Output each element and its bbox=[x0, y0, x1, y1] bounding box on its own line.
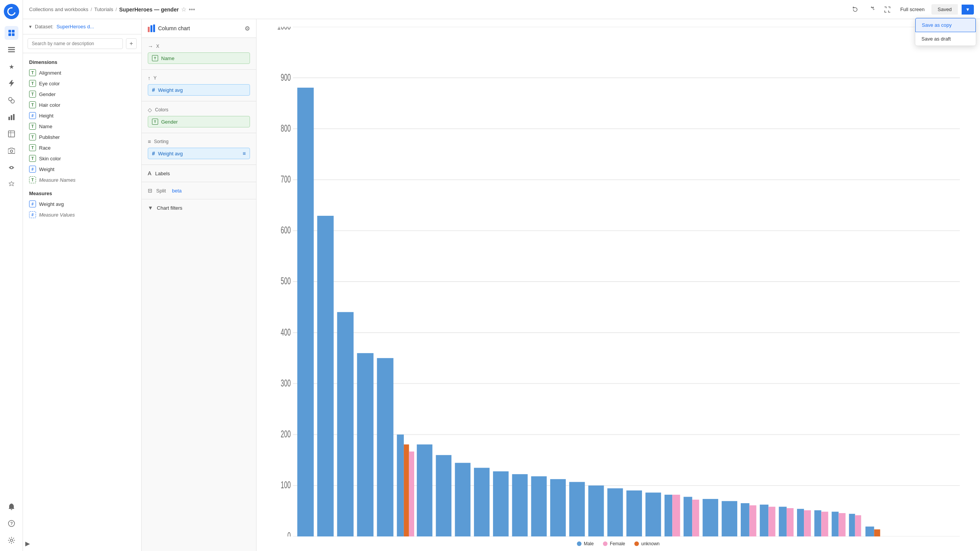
legend-dot-unknown bbox=[634, 541, 639, 546]
svg-text:400: 400 bbox=[281, 327, 291, 338]
svg-text:1000: 1000 bbox=[277, 27, 291, 32]
dim-item-measure-names[interactable]: T Measure Names bbox=[23, 174, 141, 185]
dimensions-list: Dimensions T Alignment T Eye color T Gen… bbox=[23, 53, 141, 551]
fullscreen-button[interactable]: Full screen bbox=[897, 5, 928, 14]
bar-shadow-king-m bbox=[397, 435, 404, 536]
dim-icon-name: T bbox=[29, 123, 36, 130]
sidebar-bottom: ? bbox=[5, 500, 18, 547]
bar-morph bbox=[626, 491, 642, 536]
sidebar-icon-grid[interactable] bbox=[5, 26, 18, 40]
sorting-field-chip[interactable]: # Weight avg ≡ bbox=[148, 148, 250, 159]
star-icon[interactable]: ☆ bbox=[181, 6, 186, 13]
dim-item-hair-color[interactable]: T Hair color bbox=[23, 99, 141, 110]
left-panel: ▾ Dataset: SuperHeroes d... + Dimensions… bbox=[23, 19, 142, 551]
dim-item-gender[interactable]: T Gender bbox=[23, 89, 141, 99]
split-section[interactable]: ⊟ Split beta bbox=[142, 182, 256, 199]
chart-container: 1000 900 800 700 600 500 400 300 200 100… bbox=[256, 19, 980, 536]
dim-label-height: Height bbox=[39, 113, 54, 119]
chart-filters-section[interactable]: ▼ Chart filters bbox=[142, 199, 256, 216]
legend-unknown[interactable]: unknown bbox=[634, 541, 660, 546]
x-arrow-icon: → bbox=[148, 43, 153, 49]
bar-blackwulf bbox=[550, 479, 566, 536]
svg-rect-12 bbox=[8, 131, 15, 137]
bar-spyke bbox=[588, 486, 604, 536]
add-field-button[interactable]: + bbox=[126, 38, 137, 49]
dataset-name[interactable]: SuperHeroes d... bbox=[56, 24, 94, 29]
sidebar-icon-list[interactable] bbox=[5, 43, 18, 57]
split-label: Split bbox=[156, 188, 166, 194]
sorting-label: ≡ Sorting bbox=[148, 139, 250, 145]
x-field-chip[interactable]: T Name bbox=[148, 52, 250, 64]
breadcrumb-base[interactable]: Collections and workbooks bbox=[29, 7, 88, 12]
fit-screen-button[interactable] bbox=[881, 3, 893, 16]
redo-button[interactable] bbox=[865, 3, 877, 16]
y-field-chip[interactable]: # Weight avg bbox=[148, 84, 250, 96]
dim-item-weight-avg[interactable]: # Weight avg bbox=[23, 199, 141, 209]
chart-type-label: Column chart bbox=[148, 24, 190, 32]
topbar: Collections and workbooks / Tutorials / … bbox=[23, 0, 980, 19]
sidebar-icon-barchart[interactable] bbox=[5, 110, 18, 124]
dim-icon-height: # bbox=[29, 112, 36, 119]
save-as-copy-item[interactable]: Save as copy bbox=[915, 18, 976, 32]
svg-text:900: 900 bbox=[281, 72, 291, 83]
sorting-order-icon[interactable]: ≡ bbox=[243, 150, 246, 156]
dim-item-weight[interactable]: # Weight bbox=[23, 164, 141, 174]
y-axis-label: ↑ Y bbox=[148, 75, 250, 81]
sidebar-icon-star[interactable]: ★ bbox=[5, 60, 18, 73]
x-field-label: Name bbox=[161, 55, 175, 61]
chart-filters-label: Chart filters bbox=[157, 205, 182, 211]
sidebar-icon-circles[interactable] bbox=[5, 93, 18, 107]
legend-female[interactable]: Female bbox=[603, 541, 625, 546]
dim-item-publisher[interactable]: T Publisher bbox=[23, 132, 141, 142]
colors-label: ◇ Colors bbox=[148, 107, 250, 113]
bar-silver-f bbox=[855, 515, 861, 537]
more-icon[interactable]: ••• bbox=[189, 6, 195, 13]
sidebar-icon-camera[interactable] bbox=[5, 144, 18, 158]
colors-icon: ◇ bbox=[148, 107, 152, 113]
play-button[interactable]: ▶ bbox=[25, 540, 30, 547]
sidebar-icon-table[interactable] bbox=[5, 127, 18, 141]
dim-label-alignment: Alignment bbox=[39, 70, 61, 76]
split-icon: ⊟ bbox=[148, 187, 152, 194]
dim-item-skin-color[interactable]: T Skin color bbox=[23, 153, 141, 164]
dim-label-hair-color: Hair color bbox=[39, 102, 60, 108]
save-dropdown-button[interactable]: ▼ bbox=[962, 5, 974, 15]
dim-item-name[interactable]: T Name bbox=[23, 121, 141, 132]
app-logo[interactable] bbox=[4, 4, 19, 19]
sorting-field-label: Weight avg bbox=[158, 151, 240, 156]
sidebar-icon-settings[interactable] bbox=[5, 533, 18, 547]
sidebar-icon-lightning[interactable] bbox=[5, 77, 18, 90]
dim-label-skin-color: Skin color bbox=[39, 156, 61, 161]
breadcrumb-mid[interactable]: Tutorials bbox=[94, 7, 113, 12]
svg-rect-10 bbox=[11, 115, 12, 120]
svg-rect-2 bbox=[8, 33, 11, 36]
bar-cheetah-f bbox=[804, 510, 811, 536]
sorting-icon: ≡ bbox=[148, 139, 151, 145]
chart-settings-button[interactable]: ⚙ bbox=[245, 25, 250, 32]
sidebar-icon-network[interactable] bbox=[5, 161, 18, 174]
dim-icon-measure-names: T bbox=[29, 176, 36, 183]
dim-item-eye-color[interactable]: T Eye color bbox=[23, 78, 141, 89]
labels-section[interactable]: A Labels bbox=[142, 165, 256, 182]
saved-button[interactable]: Saved bbox=[931, 4, 958, 15]
colors-field-chip[interactable]: T Gender bbox=[148, 116, 250, 127]
dim-label-publisher: Publisher bbox=[39, 134, 60, 140]
dim-item-measure-values[interactable]: # Measure Values bbox=[23, 209, 141, 220]
save-as-draft-item[interactable]: Save as draft bbox=[915, 32, 976, 46]
sidebar-icon-bell[interactable] bbox=[5, 500, 18, 514]
dim-item-height[interactable]: # Height bbox=[23, 110, 141, 121]
bar-chamber bbox=[722, 501, 737, 537]
dim-label-gender: Gender bbox=[39, 91, 56, 97]
legend-male[interactable]: Male bbox=[577, 541, 594, 546]
sidebar-icon-settings-dial[interactable] bbox=[5, 178, 18, 191]
dataset-chevron-icon[interactable]: ▾ bbox=[29, 24, 32, 29]
svg-point-8 bbox=[11, 100, 14, 103]
dim-item-race[interactable]: T Race bbox=[23, 142, 141, 153]
dataset-header: ▾ Dataset: SuperHeroes d... bbox=[23, 19, 141, 34]
sidebar-icon-help[interactable]: ? bbox=[5, 517, 18, 530]
colors-field-icon: T bbox=[152, 119, 158, 125]
bar-phoenix-f bbox=[839, 513, 846, 536]
undo-button[interactable] bbox=[849, 3, 861, 16]
dim-item-alignment[interactable]: T Alignment bbox=[23, 67, 141, 78]
search-input[interactable] bbox=[28, 38, 123, 49]
